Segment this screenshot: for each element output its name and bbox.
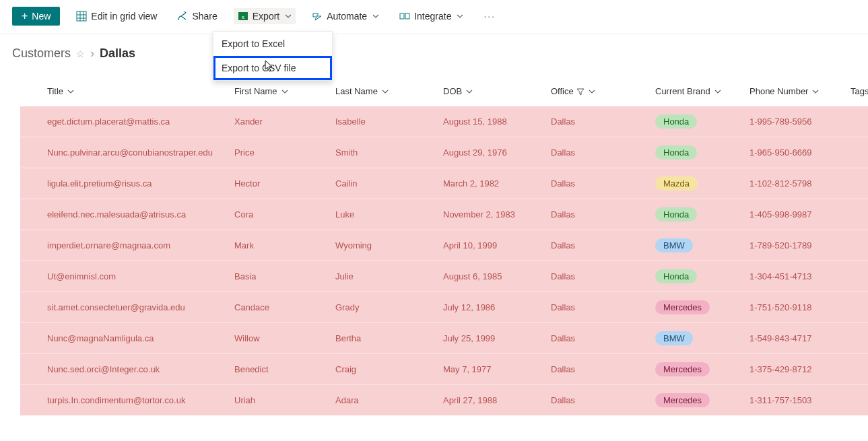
chevron-down-icon xyxy=(382,88,389,95)
table-row[interactable]: imperdiet.ornare@magnaa.comMarkWyomingAp… xyxy=(20,230,868,261)
share-button[interactable]: Share xyxy=(173,8,221,24)
cell-office: Dallas xyxy=(545,199,650,230)
cell-title: Nunc.sed.orci@Integer.co.uk xyxy=(20,354,229,385)
cell-dob: July 12, 1986 xyxy=(438,292,545,323)
cell-title: sit.amet.consectetuer@gravida.edu xyxy=(20,292,229,323)
cell-current-brand: Honda xyxy=(650,106,744,137)
brand-pill: Mazda xyxy=(655,176,698,191)
cell-office: Dallas xyxy=(545,168,650,199)
cell-first-name: Basia xyxy=(229,261,330,292)
export-dropdown-menu: Export to Excel Export to CSV file xyxy=(213,31,333,81)
cell-current-brand: Mercedes xyxy=(650,292,744,323)
cell-title: eleifend.nec.malesuada@atrisus.ca xyxy=(20,199,229,230)
cell-office: Dallas xyxy=(545,323,650,354)
cell-current-brand: Mercedes xyxy=(650,385,744,416)
export-button[interactable]: x Export xyxy=(234,8,296,24)
chevron-down-icon xyxy=(372,13,379,20)
cell-last-name: Adara xyxy=(330,385,438,416)
column-dob[interactable]: DOB xyxy=(443,86,473,96)
cell-dob: August 6, 1985 xyxy=(438,261,545,292)
chevron-down-icon xyxy=(457,13,463,20)
brand-pill: Honda xyxy=(655,207,697,222)
export-to-excel-menuitem[interactable]: Export to Excel xyxy=(213,32,332,56)
chevron-down-icon xyxy=(589,88,595,95)
cell-phone-number: 1-405-998-9987 xyxy=(744,199,845,230)
cell-dob: May 7, 1977 xyxy=(438,354,545,385)
cell-phone-number: 1-375-429-8712 xyxy=(744,354,845,385)
cell-phone-number: 1-102-812-5798 xyxy=(744,168,845,199)
brand-pill: Mercedes xyxy=(655,300,710,314)
edit-in-grid-view-label: Edit in grid view xyxy=(91,11,157,22)
cell-last-name: Julie xyxy=(330,261,438,292)
integrate-label: Integrate xyxy=(414,11,451,22)
cell-phone-number: 1-789-520-1789 xyxy=(744,230,845,261)
cell-last-name: Isabelle xyxy=(330,106,438,137)
brand-pill: Mercedes xyxy=(655,362,710,376)
cell-first-name: Willow xyxy=(229,323,330,354)
chevron-down-icon xyxy=(285,13,292,20)
star-icon[interactable]: ☆ xyxy=(76,48,85,59)
export-to-csv-label: Export to CSV file xyxy=(222,63,296,73)
column-current-brand[interactable]: Current Brand xyxy=(655,86,721,96)
column-title[interactable]: Title xyxy=(47,86,74,96)
column-phone-number[interactable]: Phone Number xyxy=(749,86,819,96)
more-actions-button[interactable]: ··· xyxy=(479,8,500,24)
cell-tags xyxy=(845,137,868,168)
cell-last-name: Craig xyxy=(330,354,438,385)
cell-office: Dallas xyxy=(545,354,650,385)
cell-current-brand: Mazda xyxy=(650,168,744,199)
table-row[interactable]: sit.amet.consectetuer@gravida.eduCandace… xyxy=(20,292,868,323)
cell-last-name: Grady xyxy=(330,292,438,323)
cell-dob: April 10, 1999 xyxy=(438,230,545,261)
chevron-down-icon xyxy=(466,88,473,95)
table-row[interactable]: ligula.elit.pretium@risus.caHectorCailin… xyxy=(20,168,868,199)
brand-pill: Honda xyxy=(655,114,697,129)
cell-tags xyxy=(845,292,868,323)
cell-tags xyxy=(845,230,868,261)
edit-in-grid-view-button[interactable]: Edit in grid view xyxy=(72,8,161,24)
breadcrumb-separator: › xyxy=(90,46,94,61)
integrate-button[interactable]: Integrate xyxy=(395,8,467,24)
column-office[interactable]: Office xyxy=(551,86,595,96)
table-row[interactable]: Ut@enimnisl.comBasiaJulieAugust 6, 1985D… xyxy=(20,261,868,292)
new-button-label: New xyxy=(32,11,51,22)
column-last-name[interactable]: Last Name xyxy=(335,86,389,96)
table-row[interactable]: Nunc.sed.orci@Integer.co.ukBenedictCraig… xyxy=(20,354,868,385)
cell-title: Nunc.pulvinar.arcu@conubianostraper.edu xyxy=(20,137,229,168)
column-tags[interactable]: Tags xyxy=(850,86,868,96)
filter-icon xyxy=(576,88,585,96)
new-button[interactable]: + New xyxy=(12,7,60,26)
command-bar: + New Edit in grid view Share x Export A… xyxy=(0,0,868,34)
cell-first-name: Cora xyxy=(229,199,330,230)
share-icon xyxy=(177,11,188,22)
cell-title: Nunc@magnaNamligula.ca xyxy=(20,323,229,354)
cell-office: Dallas xyxy=(545,106,650,137)
table-row[interactable]: Nunc.pulvinar.arcu@conubianostraper.eduP… xyxy=(20,137,868,168)
brand-pill: BMW xyxy=(655,238,693,252)
cursor-icon xyxy=(263,60,274,71)
cell-last-name: Bertha xyxy=(330,323,438,354)
cell-first-name: Mark xyxy=(229,230,330,261)
table-row[interactable]: eget.dictum.placerat@mattis.caXanderIsab… xyxy=(20,106,868,137)
cell-current-brand: Honda xyxy=(650,199,744,230)
share-label: Share xyxy=(192,11,217,22)
integrate-icon xyxy=(399,11,410,22)
cell-tags xyxy=(845,199,868,230)
table-row[interactable]: Nunc@magnaNamligula.caWillowBerthaJuly 2… xyxy=(20,323,868,354)
chevron-down-icon xyxy=(281,88,288,95)
cell-office: Dallas xyxy=(545,385,650,416)
customers-table: Title First Name Last Name DOB Office Cu… xyxy=(20,79,868,415)
cell-dob: August 29, 1976 xyxy=(438,137,545,168)
cell-current-brand: Honda xyxy=(650,261,744,292)
brand-pill: Honda xyxy=(655,269,697,283)
table-row[interactable]: turpis.In.condimentum@tortor.co.ukUriahA… xyxy=(20,385,868,416)
table-row[interactable]: eleifend.nec.malesuada@atrisus.caCoraLuk… xyxy=(20,199,868,230)
cell-title: Ut@enimnisl.com xyxy=(20,261,229,292)
svg-text:x: x xyxy=(242,13,245,20)
brand-pill: BMW xyxy=(655,331,693,345)
breadcrumb-root[interactable]: Customers xyxy=(12,46,71,61)
export-to-csv-menuitem[interactable]: Export to CSV file xyxy=(213,56,332,80)
automate-button[interactable]: Automate xyxy=(308,8,383,24)
cell-first-name: Price xyxy=(229,137,330,168)
column-first-name[interactable]: First Name xyxy=(234,86,288,96)
